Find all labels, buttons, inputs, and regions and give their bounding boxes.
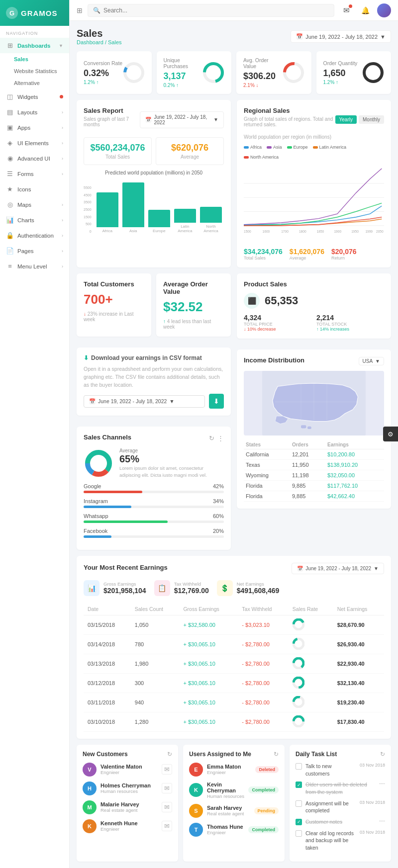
task-checkbox[interactable]: ✓ <box>296 781 302 788</box>
users-assigned-refresh[interactable]: ↻ <box>274 751 279 758</box>
search-input[interactable] <box>103 7 329 14</box>
avatar: S <box>189 804 203 818</box>
download-desc: Open it in a spreadsheet and perform you… <box>84 365 224 389</box>
download-submit-btn[interactable]: ⬇ <box>209 394 224 409</box>
apps-icon: ▣ <box>6 124 14 131</box>
channels-actions[interactable]: ↻ ⋮ <box>209 434 224 442</box>
sidebar-logo[interactable]: G GRAMOS <box>0 0 69 26</box>
list-item: ✓ Older users will be deleted from the s… <box>296 781 385 795</box>
channel-bar-bg-whatsapp <box>84 521 224 523</box>
sidebar-item-label-ui: UI Elements <box>17 140 49 146</box>
task-checkbox[interactable] <box>296 763 302 770</box>
sidebar-item-charts[interactable]: 📊 Charts › <box>0 212 69 228</box>
avg-order-value: $32.52 <box>163 299 224 315</box>
download-date-btn[interactable]: 📅 June 19, 2022 - July 18, 2022 ▼ <box>84 395 205 408</box>
metric-value-2: $306.20 <box>243 71 283 82</box>
earnings-date-btn[interactable]: 📅 June 19, 2022 - July 18, 2022 ▼ <box>292 563 384 574</box>
task-checkbox[interactable] <box>296 830 302 837</box>
refresh-icon[interactable]: ↻ <box>209 434 214 442</box>
settings-fab[interactable]: ⚙ <box>383 427 398 441</box>
product-sales-card: Product Sales ⬛ 65,353 4,324 TOTAL PRICE… <box>237 273 391 339</box>
line-chart-svg: 1500 1600 1700 1800 1850 1900 1950 1999 … <box>244 163 384 237</box>
task-checkbox[interactable]: ✓ <box>296 819 302 825</box>
task-text: Older users will be deleted from the sys… <box>305 781 376 795</box>
message-button[interactable]: ✉ <box>162 764 172 775</box>
avg-order-card: Average Order Value $32.52 ↑ 4 lead less… <box>156 273 231 337</box>
income-country: USA <box>363 358 373 364</box>
avg-desc: Lorem ipsum dolor sit amet, consectetur … <box>119 465 224 478</box>
message-button[interactable]: ✉ <box>162 802 172 812</box>
channel-bar-fill-instagram <box>84 506 131 508</box>
search-box[interactable]: 🔍 <box>88 4 334 17</box>
total-price-value: 4,324 <box>244 314 311 322</box>
sidebar-item-authentication[interactable]: 🔒 Authentication › <box>0 228 69 243</box>
sidebar-item-label-maps: Maps <box>17 202 31 208</box>
notification-button[interactable]: 🔔 <box>358 3 372 17</box>
monthly-btn[interactable]: Monthly <box>359 115 384 124</box>
sidebar-item-icons[interactable]: ★ Icons <box>0 181 69 197</box>
sidebar-sub-item-website[interactable]: Website Statistics <box>0 65 69 77</box>
topbar-grid-icon[interactable]: ⊞ <box>77 6 83 14</box>
sidebar-item-menu-level[interactable]: ≡ Menu Level › <box>0 259 69 274</box>
message-button[interactable]: ✉ <box>162 821 172 831</box>
task-checkbox[interactable] <box>296 800 302 807</box>
chevron-down-icon: ▼ <box>380 34 386 40</box>
avg-order-note: ↑ 4 lead less than last week <box>163 319 224 330</box>
status-badge: Completed <box>248 786 279 793</box>
sidebar-item-ui-elements[interactable]: ◈ UI Elements › <box>0 135 69 151</box>
tax-value: $12,769.00 <box>174 587 209 595</box>
chevron-right-icon-forms: › <box>62 172 63 176</box>
more-icon[interactable]: ⋮ <box>217 434 224 442</box>
sidebar-item-widgets[interactable]: ◫ Widgets <box>0 89 69 104</box>
product-icon: ⬛ <box>244 293 260 309</box>
sidebar-item-advanced-ui[interactable]: ◉ Advanced UI › <box>0 151 69 166</box>
col-tax-withheld: Tax Withheld <box>238 603 289 615</box>
nav-label: NAVIGATION <box>0 26 69 38</box>
sidebar-item-maps[interactable]: ◎ Maps › <box>0 197 69 212</box>
net-label: Net Earnings <box>237 581 280 587</box>
usa-svg <box>244 371 384 435</box>
sidebar-item-label-icons: Icons <box>17 186 31 192</box>
list-item: S Sarah Harvey Real estate agent Pending <box>189 804 279 818</box>
sidebar-item-dashboards[interactable]: ⊞ Dashboards ▼ <box>0 38 69 53</box>
col-sales-rate: Sales Rate <box>289 603 333 615</box>
date-range-button[interactable]: 📅 June 19, 2022 - July 18, 2022 ▼ <box>291 30 391 43</box>
users-assigned-title: Users Assigned to Me <box>189 751 251 758</box>
download-date: June 19, 2022 - July 18, 2022 <box>98 398 167 404</box>
bar-north-america: North America <box>200 207 222 233</box>
download-icon: ⬇ <box>84 354 89 361</box>
sidebar-item-layouts[interactable]: ▤ Layouts › <box>0 104 69 120</box>
settings-icon: ⚙ <box>388 431 394 438</box>
status-badge: Completed <box>248 826 279 833</box>
avatar: K <box>83 819 97 833</box>
sidebar-item-label-adv: Advanced UI <box>17 156 50 162</box>
sidebar-item-forms[interactable]: ☰ Forms › <box>0 166 69 181</box>
income-header: Income Distribution USA ▼ <box>244 356 384 366</box>
mail-button[interactable]: ✉ <box>339 3 353 17</box>
income-col-earnings: Earnings <box>325 440 384 449</box>
menu-level-icon: ≡ <box>6 262 14 270</box>
user-avatar[interactable] <box>377 3 391 17</box>
sidebar-sub-item-alternative[interactable]: Alternative <box>0 77 69 89</box>
sales-report-date-btn[interactable]: 📅 June 19, 2022 - July 18, 2022 ▼ <box>140 111 224 128</box>
product-count: 65,353 <box>265 294 298 307</box>
yearly-btn[interactable]: Yearly <box>335 115 357 124</box>
sidebar-sub-item-sales[interactable]: Sales <box>0 53 69 65</box>
list-item: Clear old log records and backup will be… <box>296 830 385 852</box>
chevron-down-download: ▼ <box>169 398 174 404</box>
table-row: 03/10/2018 1,280 + $30,065.10 - $2,780.0… <box>84 712 384 731</box>
task-text: Clear old log records and backup will be… <box>305 830 356 852</box>
chevron-right-icon-pages: › <box>62 249 63 254</box>
sidebar-item-pages[interactable]: 📄 Pages › <box>0 243 69 259</box>
daily-tasks-refresh[interactable]: ↻ <box>380 751 385 758</box>
message-button[interactable]: ✉ <box>162 783 172 793</box>
avatar: T <box>189 823 203 837</box>
breadcrumb-home[interactable]: Dashboard <box>77 39 103 45</box>
svg-text:1850: 1850 <box>317 230 324 233</box>
new-customers-refresh[interactable]: ↻ <box>167 751 172 758</box>
col-net-earnings: Net Earnings <box>333 603 384 615</box>
income-country-btn[interactable]: USA ▼ <box>359 357 384 365</box>
sidebar-item-apps[interactable]: ▣ Apps › <box>0 120 69 135</box>
svg-text:1600: 1600 <box>263 230 270 233</box>
channel-bar-bg-instagram <box>84 506 224 508</box>
